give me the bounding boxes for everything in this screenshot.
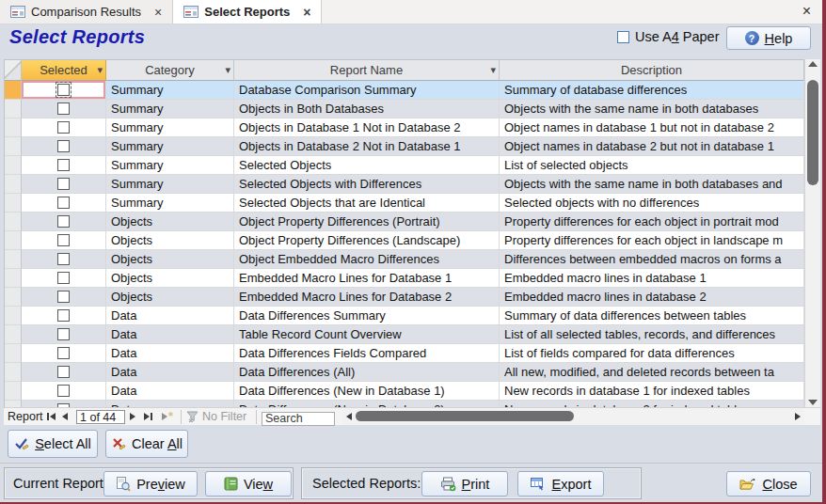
row-checkbox[interactable] (57, 366, 70, 378)
description-cell[interactable]: Objects with the same name in both datab… (500, 100, 804, 118)
category-cell[interactable]: Summary (106, 81, 234, 100)
select-all-corner[interactable] (5, 60, 22, 81)
row-selector[interactable] (5, 344, 22, 363)
category-cell[interactable]: Objects (106, 269, 234, 288)
selected-cell[interactable] (22, 269, 106, 288)
report-name-cell[interactable]: Data Differences Summary (234, 307, 500, 325)
horizontal-scrollbar[interactable] (342, 408, 804, 425)
report-name-cell[interactable]: Data Differences (New in Database 1) (234, 382, 500, 401)
no-filter-button[interactable]: No Filter (186, 408, 246, 425)
category-cell[interactable]: Objects (106, 213, 234, 231)
select-all-button[interactable]: Select All (8, 430, 98, 458)
scroll-down-icon[interactable] (808, 400, 818, 405)
category-cell[interactable]: Summary (106, 156, 234, 175)
preview-button[interactable]: Preview (103, 471, 198, 496)
chevron-down-icon[interactable]: ▾ (225, 64, 230, 76)
report-name-cell[interactable]: Objects in Database 2 Not in Database 1 (234, 137, 500, 156)
report-name-cell[interactable]: Data Differences Fields Compared (234, 344, 500, 363)
category-cell[interactable]: Objects (106, 288, 234, 307)
description-cell[interactable]: List of all selected tables, records, an… (500, 325, 804, 344)
category-cell[interactable]: Summary (106, 118, 234, 137)
description-cell[interactable]: List of fields compared for data differe… (500, 344, 804, 363)
category-cell[interactable]: Summary (106, 137, 234, 156)
row-checkbox[interactable] (57, 272, 70, 284)
category-cell[interactable]: Objects (106, 231, 234, 250)
row-checkbox[interactable] (57, 215, 70, 228)
record-position-box[interactable]: 1 of 44 (76, 410, 125, 424)
category-cell[interactable]: Data (106, 307, 234, 325)
row-checkbox[interactable] (57, 178, 70, 190)
row-selector[interactable] (5, 288, 22, 307)
selected-cell[interactable] (22, 175, 106, 194)
selected-cell[interactable] (22, 213, 106, 231)
new-record-button[interactable]: * (162, 408, 173, 425)
row-selector[interactable] (5, 269, 22, 288)
description-cell[interactable]: All new, modified, and deleted records b… (500, 363, 804, 382)
row-selector[interactable] (5, 100, 22, 118)
selected-cell[interactable] (22, 156, 106, 175)
description-cell[interactable]: Selected objects with no differences (500, 194, 804, 213)
description-cell[interactable]: Object names in database 1 but not in da… (500, 118, 804, 137)
category-cell[interactable]: Summary (106, 100, 234, 118)
category-cell[interactable]: Data (106, 363, 234, 382)
description-cell[interactable]: Property differences for each object in … (500, 231, 804, 250)
report-name-cell[interactable]: Selected Objects with Differences (234, 175, 500, 194)
column-header-description[interactable]: Description (500, 60, 804, 81)
report-name-cell[interactable]: Selected Objects that are Identical (234, 194, 500, 213)
row-checkbox[interactable] (57, 140, 70, 152)
close-button[interactable]: Close (726, 471, 811, 496)
row-checkbox[interactable] (57, 328, 70, 340)
use-a4-paper-checkbox[interactable]: Use A4 Paper (617, 29, 720, 44)
column-header-report-name[interactable]: Report Name ▾ (234, 60, 500, 81)
row-checkbox[interactable] (57, 309, 70, 322)
close-icon[interactable]: × (303, 6, 310, 19)
category-cell[interactable]: Summary (106, 194, 234, 213)
row-selector[interactable] (5, 325, 22, 344)
chevron-down-icon[interactable]: ▾ (97, 64, 103, 76)
row-selector[interactable] (5, 213, 22, 231)
row-selector[interactable] (5, 81, 22, 100)
row-checkbox[interactable] (57, 291, 70, 303)
row-selector[interactable] (5, 194, 22, 213)
search-input[interactable] (262, 412, 335, 426)
category-cell[interactable]: Data (106, 344, 234, 363)
description-cell[interactable]: Summary of database differences (500, 81, 804, 100)
report-name-cell[interactable]: Table Record Count Overview (234, 325, 500, 344)
vertical-scrollbar[interactable] (804, 59, 820, 407)
selected-cell[interactable] (22, 344, 106, 363)
report-name-cell[interactable]: Object Property Differences (Portrait) (234, 213, 500, 231)
selected-cell[interactable] (22, 363, 106, 382)
report-name-cell[interactable]: Selected Objects (234, 156, 500, 175)
clear-all-button[interactable]: Clear All (105, 430, 188, 458)
row-checkbox[interactable] (57, 121, 70, 134)
row-checkbox[interactable] (57, 385, 70, 397)
report-name-cell[interactable]: Data Differences (All) (234, 363, 500, 382)
chevron-down-icon[interactable]: ▾ (490, 64, 496, 76)
scroll-up-icon[interactable] (808, 61, 818, 67)
row-selector[interactable] (5, 231, 22, 250)
last-record-button[interactable] (144, 408, 152, 425)
report-name-cell[interactable]: Database Comparison Summary (234, 81, 500, 100)
row-checkbox[interactable] (57, 234, 70, 246)
tab-select-reports[interactable]: Select Reports × (173, 0, 322, 24)
row-selector[interactable] (5, 137, 22, 156)
row-selector[interactable] (5, 118, 22, 137)
row-checkbox[interactable] (57, 197, 70, 209)
scroll-right-icon[interactable] (795, 413, 801, 420)
selected-cell[interactable] (22, 250, 106, 269)
selected-cell[interactable] (22, 118, 106, 137)
category-cell[interactable]: Data (106, 382, 234, 401)
export-button[interactable]: Export (517, 471, 604, 496)
description-cell[interactable]: List of selected objects (500, 156, 804, 175)
report-name-cell[interactable]: Objects in Database 1 Not in Database 2 (234, 118, 500, 137)
report-name-cell[interactable]: Embedded Macro Lines for Database 1 (234, 269, 500, 288)
row-selector[interactable] (5, 363, 22, 382)
description-cell[interactable]: New records in database 1 for indexed ta… (500, 382, 804, 401)
category-cell[interactable]: Objects (106, 250, 234, 269)
description-cell[interactable]: Property differences for each object in … (500, 213, 804, 231)
next-record-button[interactable] (130, 408, 135, 425)
selected-cell[interactable] (22, 325, 106, 344)
description-cell[interactable]: Embedded macro lines in database 1 (500, 269, 804, 288)
row-selector[interactable] (5, 156, 22, 175)
close-icon[interactable]: × (154, 6, 162, 19)
